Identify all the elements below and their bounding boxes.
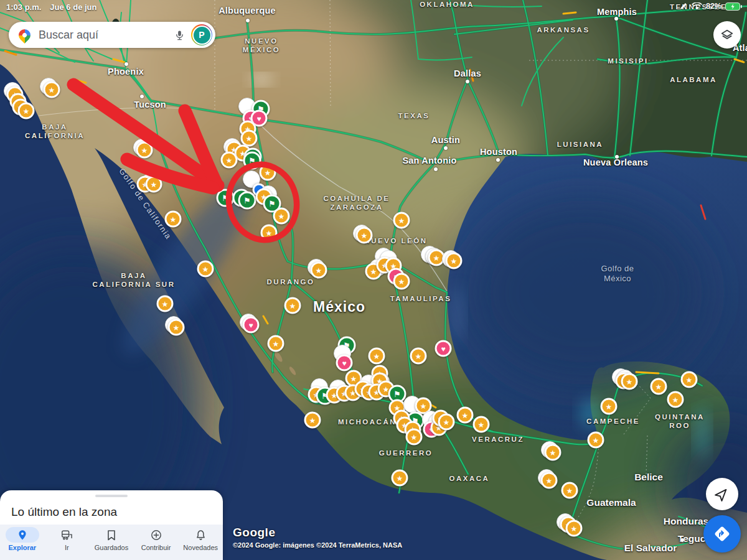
sheet-title: Lo último en la zona (11, 505, 117, 519)
map-attribution: Google ©2024 Google: imágenes ©2024 Terr… (233, 526, 402, 549)
compass-button[interactable] (706, 478, 738, 510)
search-input[interactable]: Buscar aquí (39, 29, 169, 42)
battery-icon (725, 2, 742, 11)
search-bar[interactable]: Buscar aquí P (9, 22, 215, 48)
add-circle-icon (139, 527, 173, 543)
nav-label: Novedades (183, 544, 218, 551)
nav-item-novedades[interactable]: Novedades (180, 527, 221, 551)
pencil-icon (679, 2, 688, 11)
status-bar-right: 82% (679, 2, 742, 11)
nav-label: Guardados (95, 544, 128, 551)
nav-label: Explorar (8, 544, 36, 551)
account-avatar[interactable]: P (191, 24, 212, 45)
wifi-icon (692, 2, 702, 11)
explore-pin-icon (6, 527, 39, 543)
layers-button[interactable] (713, 21, 741, 49)
nav-label: Ir (65, 544, 69, 551)
copyright-text: ©2024 Google: imágenes ©2024 TerraMetric… (233, 541, 402, 549)
bookmark-icon (95, 527, 128, 543)
bottom-sheet[interactable]: Lo último en la zona Explorar Ir Guardad… (0, 490, 223, 560)
nav-item-ir[interactable]: Ir (46, 527, 87, 551)
google-logo: Google (233, 526, 402, 539)
google-maps-pin-icon (16, 27, 33, 44)
nav-item-contribuir[interactable]: Contribuir (136, 527, 177, 551)
directions-icon (713, 525, 731, 543)
bottom-nav: Explorar Ir Guardados Contribuir (0, 525, 223, 560)
navigation-arrow-icon (715, 487, 730, 502)
transit-icon (50, 527, 83, 543)
status-bar-left: 1:03 p.m. Jue 6 de jun (6, 2, 97, 12)
mic-icon[interactable] (169, 24, 190, 45)
sheet-drag-handle[interactable] (95, 495, 128, 497)
avatar-letter: P (192, 26, 212, 45)
battery-percent: 82% (706, 2, 721, 11)
satellite-map[interactable] (0, 0, 747, 560)
status-date: Jue 6 de jun (50, 2, 96, 12)
status-time: 1:03 p.m. (6, 2, 41, 12)
nav-item-guardados[interactable]: Guardados (91, 527, 132, 551)
white-sands (251, 75, 272, 84)
nav-item-explorar[interactable]: Explorar (2, 527, 43, 551)
directions-fab[interactable] (703, 515, 741, 553)
nav-label: Contribuir (141, 544, 171, 551)
layers-icon (720, 29, 734, 42)
google-maps-app: OKLAHOMATENNESSEEARKANSASMISISIPIALABAMA… (0, 0, 747, 560)
bell-icon (184, 527, 217, 543)
